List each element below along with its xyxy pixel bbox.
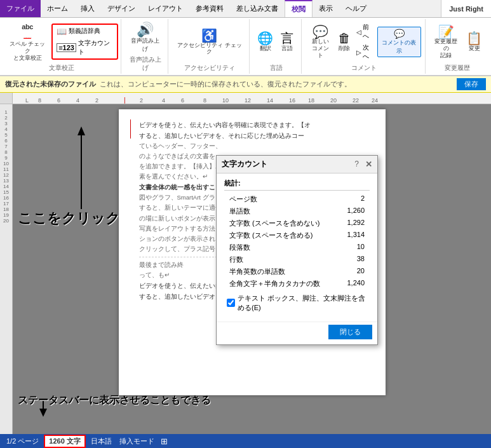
save-button[interactable]: 保存: [457, 78, 486, 90]
recovery-description: これは、コンピューターに一時的に保存されている、復元されたファイルです。: [100, 79, 351, 89]
ribbon-top: ファイル ホーム 挿入 デザイン レイアウト 参考資料 差し込み文書 校閲 表示…: [0, 0, 491, 18]
new-comment-button[interactable]: 💬 新しいコメント: [307, 24, 333, 60]
click-arrow: [75, 126, 113, 215]
stat-row-lines: 行数 38: [224, 254, 370, 266]
comments-group-label: コメント: [307, 64, 421, 72]
tab-view[interactable]: 表示: [313, 0, 339, 17]
status-arrow: [30, 401, 56, 417]
stat-label-words: 単語数: [229, 207, 250, 216]
track-icon: 📝: [438, 25, 454, 38]
dialog-container: 文字カウント ? ✕ 統計: ページ数 2: [216, 155, 378, 345]
insert-mode-status[interactable]: 挿入モード: [117, 437, 157, 446]
accept-change-button[interactable]: 📋 変更: [464, 31, 485, 54]
tts-label: 音声読み上げ: [129, 37, 161, 53]
stats-section-label: 統計:: [224, 179, 370, 191]
next-comment-button[interactable]: ▷ 次へ: [355, 43, 375, 62]
tab-references[interactable]: 参考資料: [189, 0, 230, 17]
stat-label-ascii-words: 半角英数の単語数: [229, 267, 285, 276]
track-changes-button[interactable]: 📝 変更履歴の記録: [431, 24, 462, 60]
vertical-ruler: 12345678910 11121314151617181920: [0, 104, 13, 434]
accept-icon: 📋: [466, 32, 482, 44]
dialog-close-button[interactable]: 閉じる: [328, 325, 372, 339]
stat-value-paragraphs: 10: [357, 243, 365, 252]
wordcount-label: 文字カウント: [78, 39, 113, 57]
stat-value-chars-space: 1,314: [347, 231, 365, 240]
accept-label: 変更: [469, 44, 480, 53]
book-icon: 📖: [57, 27, 67, 36]
dialog-body: 統計: ページ数 2 単語数 1,260 文字数 (スペースを含めない) 1: [217, 173, 377, 322]
next-icon: ▷: [356, 49, 361, 56]
translate-button[interactable]: 🌐 翻訳: [255, 31, 276, 54]
spellcheck-icon: abc___: [22, 23, 32, 39]
next-label: 次へ: [363, 43, 374, 61]
show-comments-icon: 💬: [394, 29, 405, 39]
delete-icon: 🗑: [338, 32, 351, 44]
prev-comment-button[interactable]: ◁ 前へ: [355, 22, 375, 41]
dialog-help-icon[interactable]: ?: [354, 160, 359, 168]
language-icon: 言: [281, 32, 293, 44]
page-info[interactable]: 1/2 ページ: [4, 437, 41, 446]
prev-icon: ◁: [356, 29, 361, 36]
language-status[interactable]: 日本語: [88, 437, 114, 446]
accessibility-icon: ♿: [201, 29, 217, 42]
click-annotation: ここをクリック: [18, 209, 120, 228]
new-comment-label: 新しいコメント: [309, 38, 331, 58]
stat-label-pages: ページ数: [229, 194, 257, 204]
accessibility-label: アクセシビリティ チェック: [176, 42, 243, 56]
language-group-label: 言語: [255, 64, 297, 72]
proofreading-group-label: 文章校正: [5, 64, 118, 72]
spellcheck-button[interactable]: abc___ スペル チェックと文章校正: [5, 20, 50, 63]
stat-value-pages: 2: [361, 194, 365, 204]
include-textbox-label: テキスト ボックス、脚注、文末脚注を含める(E): [238, 294, 367, 313]
stat-row-ascii-words: 半角英数の単語数 20: [224, 266, 370, 278]
just-right-badge: Just Right: [441, 0, 491, 17]
tab-mailings[interactable]: 差し込み文書: [230, 0, 285, 17]
tab-layout[interactable]: レイアウト: [142, 0, 189, 17]
language-label: 言語: [281, 44, 293, 53]
stat-label-chars-space: 文字数 (スペースを含める): [229, 231, 313, 240]
layout-icon: ⊞: [161, 437, 168, 446]
stat-label-paragraphs: 段落数: [229, 243, 250, 252]
track-group-label: 変更履歴: [431, 64, 485, 72]
tts-group-label: 音声読み上げ: [126, 56, 164, 72]
svg-marker-1: [77, 126, 85, 135]
tts-button[interactable]: 🔊 音声読み上げ: [126, 22, 164, 55]
word-count-status[interactable]: 1260 文字: [44, 435, 86, 448]
recovery-bar: 復元された未保存のファイル これは、コンピューターに一時的に保存されている、復元…: [0, 76, 491, 93]
tab-home[interactable]: ホーム: [41, 0, 74, 17]
tab-review[interactable]: 校閲: [285, 0, 313, 17]
tab-file[interactable]: ファイル: [0, 0, 41, 17]
accessibility-group-label: アクセシビリティ: [173, 64, 245, 72]
thesaurus-wordcount-group: 📖 類義語辞典 ≡123 文字カウント: [51, 24, 118, 60]
tab-help[interactable]: ヘルプ: [339, 0, 373, 17]
status-bar: 1/2 ページ 1260 文字 日本語 挿入モード ⊞: [0, 434, 491, 448]
ribbon-group-comments: 💬 新しいコメント 🗑 削除 ◁ 前へ ▷ 次へ: [303, 19, 426, 74]
ribbon-group-track: 📝 変更履歴の記録 📋 変更 変更履歴: [427, 19, 488, 74]
thesaurus-button[interactable]: 📖 類義語辞典: [55, 26, 114, 37]
language-button[interactable]: 言 言語: [278, 31, 296, 54]
stat-row-pages: ページ数 2: [224, 193, 370, 205]
track-label: 変更履歴の記録: [433, 38, 459, 58]
stat-value-lines: 38: [357, 255, 365, 264]
stat-value-ascii-words: 20: [357, 267, 365, 276]
tab-insert[interactable]: 挿入: [74, 0, 101, 17]
prev-label: 前へ: [363, 23, 374, 41]
stat-row-words: 単語数 1,260: [224, 205, 370, 217]
dialog-close-icon[interactable]: ✕: [365, 160, 372, 169]
delete-comment-button[interactable]: 🗑 削除: [335, 31, 353, 54]
spellcheck-label: スペル チェックと文章校正: [8, 41, 47, 61]
accessibility-button[interactable]: ♿ アクセシビリティ チェック: [173, 28, 245, 57]
dialog-titlebar: 文字カウント ? ✕: [217, 156, 377, 173]
wordcount-button[interactable]: ≡123 文字カウント: [55, 38, 114, 57]
ruler-main: L 8 6 4 2 | 2 4 6 8 10 12 14 16 18 20 22…: [13, 93, 491, 104]
stat-row-paragraphs: 段落数 10: [224, 241, 370, 254]
svg-marker-3: [39, 409, 47, 417]
include-textbox-row[interactable]: テキスト ボックス、脚注、文末脚注を含める(E): [227, 294, 367, 313]
status-annotation: ステータスバーに表示させることもできる: [18, 394, 211, 407]
show-comments-button[interactable]: 💬 コメントの表示: [377, 27, 421, 57]
delete-label: 削除: [339, 44, 350, 53]
stat-row-chars-space: 文字数 (スペースを含める) 1,314: [224, 229, 370, 241]
stat-row-fullwidth: 全角文字＋半角カタカナの数 1,240: [224, 278, 370, 290]
include-textbox-checkbox[interactable]: [227, 299, 235, 307]
tab-design[interactable]: デザイン: [101, 0, 142, 17]
